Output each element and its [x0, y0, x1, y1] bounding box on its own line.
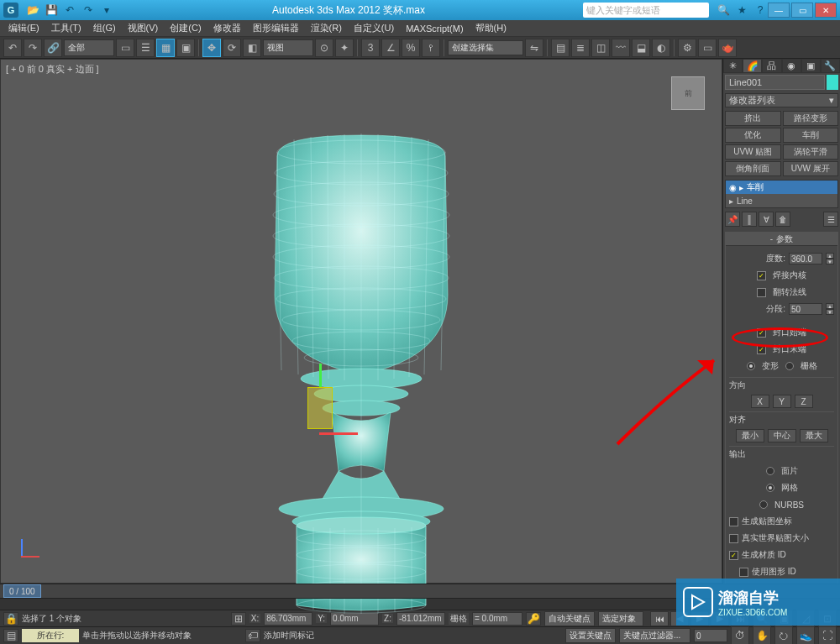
add-time-tag[interactable]: 添加时间标记 — [264, 630, 314, 641]
goto-start-icon[interactable]: ⏮ — [650, 611, 669, 626]
snap-toggle-icon[interactable]: 3 — [361, 39, 380, 57]
isolate-icon[interactable]: ⊞ — [231, 612, 246, 626]
select-rotate-icon[interactable]: ⟳ — [223, 39, 241, 57]
direction-y-button[interactable]: Y — [773, 395, 791, 408]
menu-views[interactable]: 视图(V) — [123, 20, 164, 36]
link-icon[interactable]: 🔗 — [44, 39, 62, 57]
cap-end-checkbox[interactable]: ✓ — [757, 345, 766, 354]
setkey-button[interactable]: 设置关键点 — [565, 628, 616, 643]
keyfilter-button[interactable]: 关键点过滤器... — [619, 628, 690, 643]
nav-orbit-icon[interactable]: ⭮ — [774, 626, 793, 644]
window-crossing-icon[interactable]: ▣ — [176, 39, 195, 57]
btn-lathe[interactable]: 车削 — [783, 128, 839, 143]
selset2-field[interactable]: 选定对象 — [598, 611, 643, 626]
viewport-label[interactable]: [ + 0 前 0 真实 + 边面 ] — [6, 63, 99, 76]
menu-grapheditors[interactable]: 图形编辑器 — [248, 20, 304, 36]
genmap-checkbox[interactable] — [729, 517, 738, 526]
object-name-field[interactable]: Line001 — [725, 75, 825, 90]
select-name-icon[interactable]: ☰ — [136, 39, 155, 57]
qat-save-icon[interactable]: 💾 — [44, 3, 59, 18]
nav-walk-icon[interactable]: 👟 — [796, 626, 815, 644]
timetag-icon[interactable]: 🏷 — [245, 629, 260, 642]
tab-utilities-icon[interactable]: 🔧 — [821, 59, 840, 73]
spin-up-icon[interactable]: ▲ — [826, 253, 834, 259]
nav-maxview-icon[interactable]: ⛶ — [818, 626, 837, 644]
view-cube[interactable]: 前 — [671, 76, 705, 110]
infocenter-search-icon[interactable]: 🔍 — [716, 3, 731, 18]
lock-selection-icon[interactable]: 🔒 — [3, 612, 18, 626]
btn-pathdeform[interactable]: 路径变形 — [783, 111, 839, 126]
select-manip-icon[interactable]: ✦ — [335, 39, 354, 57]
menu-maxscript[interactable]: MAXScript(M) — [401, 22, 468, 35]
named-selection-set[interactable]: 创建选择集 — [448, 40, 523, 55]
weld-core-checkbox[interactable]: ✓ — [757, 271, 766, 280]
pin-stack-icon[interactable]: 📌 — [725, 212, 740, 227]
output-mesh-radio[interactable] — [766, 484, 774, 492]
gizmo-xy-plane[interactable] — [307, 387, 333, 429]
object-color-swatch[interactable] — [827, 75, 838, 90]
tab-modify-icon[interactable]: 🌈 — [743, 59, 762, 73]
material-editor-icon[interactable]: ◐ — [652, 39, 670, 57]
tab-display-icon[interactable]: ▣ — [801, 59, 821, 73]
stack-item-line[interactable]: ▸Line — [726, 194, 837, 207]
menu-tools[interactable]: 工具(T) — [46, 20, 87, 36]
show-result-icon[interactable]: ║ — [742, 212, 757, 227]
trophy-model[interactable] — [248, 127, 475, 614]
render-icon[interactable]: 🫖 — [718, 39, 737, 57]
nav-pan-icon[interactable]: ✋ — [753, 626, 771, 644]
gizmo-y-axis-icon[interactable] — [319, 364, 322, 387]
qat-dropdown-icon[interactable]: ▾ — [99, 3, 114, 18]
tab-motion-icon[interactable]: ◉ — [782, 59, 801, 73]
direction-x-button[interactable]: X — [751, 395, 769, 408]
direction-z-button[interactable]: Z — [795, 395, 813, 408]
make-unique-icon[interactable]: ∀ — [759, 212, 774, 227]
percent-snap-icon[interactable]: % — [402, 39, 420, 57]
align-max-button[interactable]: 最大 — [800, 429, 828, 442]
btn-uvwmap[interactable]: UVW 贴图 — [725, 144, 781, 160]
gizmo-x-axis-icon[interactable] — [319, 432, 358, 435]
app-icon[interactable]: G — [3, 3, 18, 18]
seg-up-icon[interactable]: ▲ — [826, 303, 834, 309]
btn-optimize[interactable]: 优化 — [725, 128, 781, 143]
angle-snap-icon[interactable]: ∠ — [381, 39, 400, 57]
schematic-icon[interactable]: ⬓ — [632, 39, 650, 57]
degrees-spinner[interactable]: 360.0 — [789, 253, 822, 264]
render-setup-icon[interactable]: ⚙ — [678, 39, 696, 57]
infocenter-star-icon[interactable]: ★ — [734, 3, 749, 18]
undo-icon[interactable]: ↶ — [3, 39, 22, 57]
qat-redo-icon[interactable]: ↷ — [81, 3, 96, 18]
maximize-button[interactable]: ▭ — [791, 3, 813, 18]
move-gizmo[interactable] — [307, 387, 333, 429]
help-search-input[interactable]: 键入关键字或短语 — [583, 3, 709, 18]
menu-create[interactable]: 创建(C) — [165, 20, 206, 36]
menu-help[interactable]: 帮助(H) — [470, 20, 512, 36]
btn-uvwunwrap[interactable]: UVW 展开 — [783, 161, 839, 176]
key-mode-icon[interactable]: 🔑 — [526, 612, 541, 626]
spinner-snap-icon[interactable]: ⫯ — [422, 39, 440, 57]
menu-group[interactable]: 组(G) — [88, 20, 121, 36]
output-patch-radio[interactable] — [766, 467, 774, 475]
viewport-front[interactable]: [ + 0 前 0 真实 + 边面 ] 前 — [0, 59, 722, 584]
modifier-list-dropdown[interactable]: 修改器列表▾ — [725, 93, 838, 107]
frame-indicator[interactable]: 0 / 100 — [3, 584, 41, 598]
flip-normals-checkbox[interactable] — [757, 288, 766, 297]
tab-create-icon[interactable]: ✳ — [723, 59, 743, 73]
mirror-icon[interactable]: ⇋ — [525, 39, 543, 57]
remove-mod-icon[interactable]: 🗑 — [775, 212, 790, 227]
select-move-icon[interactable]: ✥ — [202, 39, 221, 57]
select-object-icon[interactable]: ▭ — [116, 39, 134, 57]
pivot-center-icon[interactable]: ⊙ — [315, 39, 333, 57]
curve-editor-icon[interactable]: 〰 — [612, 39, 630, 57]
useshapeid-checkbox[interactable] — [739, 568, 748, 577]
menu-edit[interactable]: 编辑(E) — [3, 20, 45, 36]
btn-bevelprofile[interactable]: 倒角剖面 — [725, 161, 781, 176]
minimize-button[interactable]: — — [768, 3, 790, 18]
align-icon[interactable]: ▤ — [551, 39, 570, 57]
layers-icon[interactable]: ≣ — [571, 39, 590, 57]
qat-undo-icon[interactable]: ↶ — [62, 3, 77, 18]
select-rect-icon[interactable]: ▦ — [156, 39, 175, 57]
redo-icon[interactable]: ↷ — [24, 39, 42, 57]
close-button[interactable]: ✕ — [815, 3, 837, 18]
spin-down-icon[interactable]: ▼ — [826, 259, 834, 264]
genmatid-checkbox[interactable]: ✓ — [729, 551, 738, 560]
